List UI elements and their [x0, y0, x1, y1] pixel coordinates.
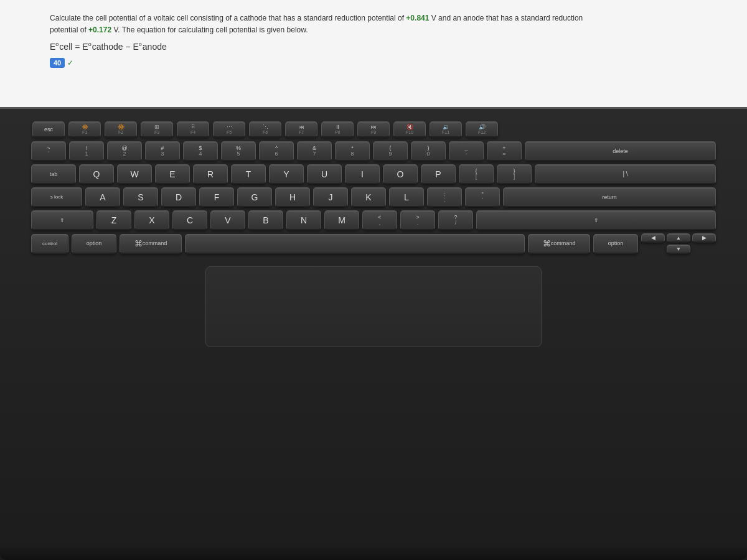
z-key[interactable]: Z — [96, 210, 131, 230]
lbracket-key[interactable]: {[ — [459, 164, 494, 184]
right-command-symbol: ⌘ — [543, 239, 551, 248]
ecell-label: Eocell = Eocathode − Eoanode — [50, 41, 167, 52]
v-key[interactable]: V — [210, 210, 245, 230]
f6-key[interactable]: ⋱F6 — [249, 121, 281, 138]
return-key[interactable]: return — [503, 187, 716, 207]
9-key[interactable]: (9 — [373, 141, 408, 161]
f8-key[interactable]: ⏸F8 — [321, 121, 354, 138]
f12-key[interactable]: 🔊F12 — [466, 121, 498, 138]
f5-key[interactable]: ⋯F5 — [213, 121, 245, 138]
n-key[interactable]: N — [286, 210, 321, 230]
2-key[interactable]: @2 — [107, 141, 142, 161]
1-key[interactable]: !1 — [69, 141, 104, 161]
0-bot: 0 — [426, 151, 430, 157]
right-shift-key[interactable]: ⇧ — [476, 210, 716, 230]
i-key[interactable]: I — [345, 164, 380, 184]
check-mark: ✓ — [67, 58, 73, 67]
8-key[interactable]: *8 — [335, 141, 370, 161]
6-key[interactable]: ^6 — [259, 141, 294, 161]
f8-label: F8 — [335, 130, 340, 134]
m-key[interactable]: M — [324, 210, 359, 230]
p-key[interactable]: P — [421, 164, 456, 184]
right-option-key[interactable]: option — [593, 234, 638, 254]
a-key[interactable]: A — [85, 187, 120, 207]
f10-key[interactable]: 🔇F10 — [393, 121, 426, 138]
k-key[interactable]: K — [351, 187, 386, 207]
h-key[interactable]: H — [275, 187, 310, 207]
c-label: C — [187, 215, 193, 225]
right-arrow-key[interactable]: ▶ — [692, 233, 716, 243]
u-key[interactable]: U — [307, 164, 342, 184]
delete-key[interactable]: delete — [525, 141, 716, 161]
f3-label: F3 — [154, 130, 159, 134]
s-key[interactable]: S — [123, 187, 158, 207]
down-arrow-key[interactable]: ▼ — [667, 245, 690, 254]
f4-key[interactable]: ⠿F4 — [177, 121, 209, 138]
7-key[interactable]: &7 — [297, 141, 332, 161]
backslash-key[interactable]: | \ — [535, 164, 716, 184]
equals-key[interactable]: += — [487, 141, 522, 161]
r-key[interactable]: R — [193, 164, 228, 184]
return-label: return — [602, 194, 617, 200]
up-arrow-key[interactable]: ▲ — [667, 233, 690, 243]
4-key[interactable]: $4 — [183, 141, 218, 161]
w-key[interactable]: W — [117, 164, 152, 184]
cathode-value: +0.841 — [406, 14, 429, 22]
x-key[interactable]: X — [134, 210, 169, 230]
qwerty-row: tab Q W E R T Y U I O P {[ }] | \ — [30, 164, 717, 184]
f3-key[interactable]: ⊞F3 — [141, 121, 173, 138]
space-key[interactable] — [185, 234, 525, 254]
semicolon-key[interactable]: :; — [427, 187, 462, 207]
f2-key[interactable]: 🔆F2 — [105, 121, 137, 138]
esc-label: esc — [44, 126, 53, 133]
j-key[interactable]: J — [313, 187, 348, 207]
3-key[interactable]: #3 — [145, 141, 180, 161]
caps-lock-key[interactable]: s lock — [31, 187, 82, 207]
0-key[interactable]: )0 — [411, 141, 446, 161]
b-key[interactable]: B — [248, 210, 283, 230]
left-shift-key[interactable]: ⇧ — [31, 210, 93, 230]
o-key[interactable]: O — [383, 164, 418, 184]
l-key[interactable]: L — [389, 187, 424, 207]
bottom-row: control option ⌘ command ⌘ command optio… — [30, 233, 717, 254]
tab-key[interactable]: tab — [31, 164, 76, 184]
period-key[interactable]: >. — [400, 210, 435, 230]
equation-display: Eocell = Eocathode − Eoanode — [50, 41, 697, 52]
trackpad[interactable] — [205, 266, 542, 347]
keyboard-container: esc 🔅F1 🔆F2 ⊞F3 ⠿F4 ⋯F5 ⋱F6 ⏮F7 ⏸F8 ⏭F9 … — [30, 121, 717, 257]
tilde-key[interactable]: ~` — [31, 141, 66, 161]
f4-icon: ⠿ — [191, 124, 195, 130]
left-command-key[interactable]: ⌘ command — [120, 234, 182, 254]
answer-box: 40 ✓ — [50, 58, 697, 68]
esc-key[interactable]: esc — [32, 121, 65, 138]
minus-key[interactable]: _- — [449, 141, 484, 161]
f-key[interactable]: F — [199, 187, 234, 207]
backslash-label: | \ — [622, 170, 627, 177]
f7-key[interactable]: ⏮F7 — [285, 121, 317, 138]
g-key[interactable]: G — [237, 187, 272, 207]
x-label: X — [149, 215, 154, 225]
quote-key[interactable]: "' — [465, 187, 500, 207]
y-key[interactable]: Y — [269, 164, 304, 184]
left-arrow-key[interactable]: ◀ — [641, 233, 665, 243]
rbracket-key[interactable]: }] — [497, 164, 532, 184]
right-shift-label: ⇧ — [594, 217, 599, 223]
slash-key[interactable]: ?/ — [438, 210, 473, 230]
tab-label: tab — [50, 171, 58, 177]
f1-key[interactable]: 🔅F1 — [68, 121, 101, 138]
right-command-key[interactable]: ⌘ command — [528, 234, 590, 254]
ctrl-key[interactable]: control — [31, 234, 68, 254]
rbracket-bot: ] — [514, 174, 515, 180]
comma-key[interactable]: <, — [362, 210, 397, 230]
d-key[interactable]: D — [161, 187, 196, 207]
c-key[interactable]: C — [172, 210, 207, 230]
left-option-key[interactable]: option — [72, 234, 116, 254]
f9-key[interactable]: ⏭F9 — [357, 121, 390, 138]
t-key[interactable]: T — [231, 164, 266, 184]
f6-icon: ⋱ — [263, 124, 268, 130]
5-key[interactable]: %5 — [221, 141, 256, 161]
q-key[interactable]: Q — [79, 164, 114, 184]
f11-key[interactable]: 🔉F11 — [430, 121, 462, 138]
comma-bot: , — [379, 220, 381, 226]
e-key[interactable]: E — [155, 164, 190, 184]
